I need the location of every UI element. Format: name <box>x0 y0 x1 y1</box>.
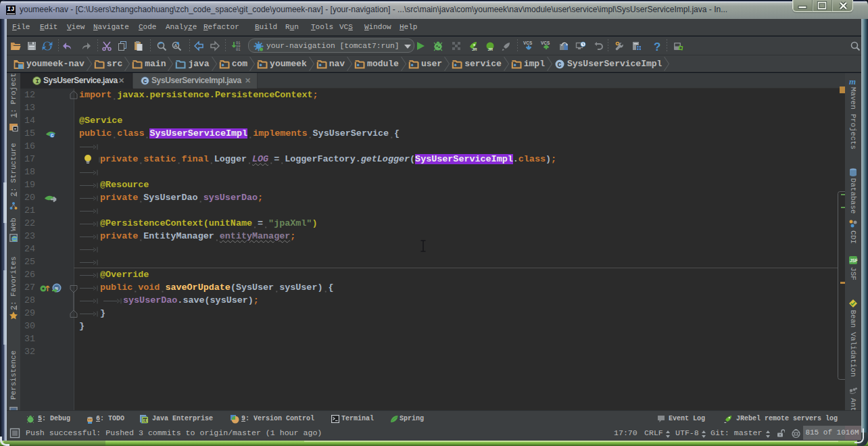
svg-text:VCS: VCS <box>541 41 550 45</box>
svg-text:JSF: JSF <box>850 258 858 263</box>
svg-text:C: C <box>558 61 562 69</box>
svg-text:m: m <box>849 76 856 86</box>
svg-text:01: 01 <box>236 48 240 52</box>
svg-text:JR: JR <box>472 47 477 51</box>
svg-text:VCS: VCS <box>523 41 533 45</box>
svg-text:EE: EE <box>143 418 149 423</box>
svg-text:C: C <box>51 133 53 139</box>
svg-text:JR: JR <box>488 47 493 51</box>
svg-text:?: ? <box>654 41 660 52</box>
